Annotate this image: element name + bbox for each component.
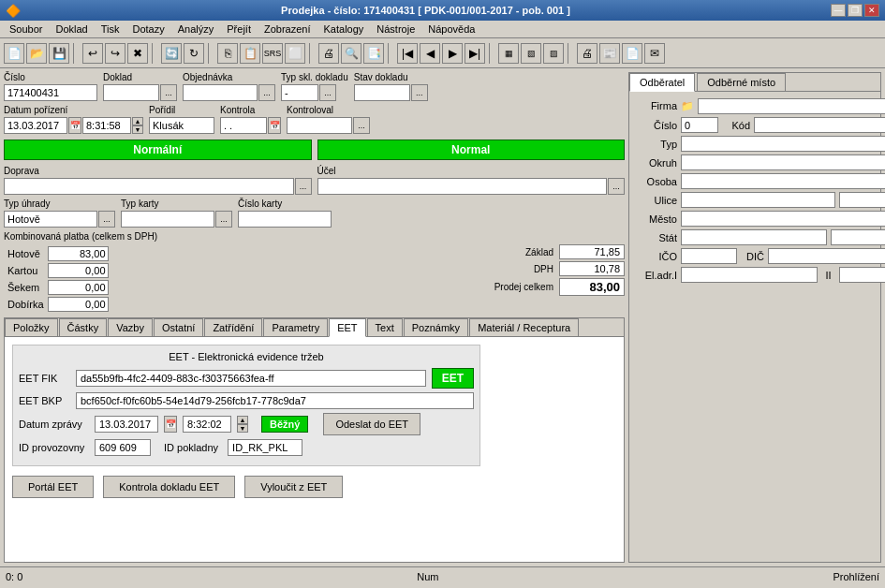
ucel-btn[interactable]: ... [608,178,625,195]
menu-katalogy[interactable]: Katalogy [318,22,370,37]
restore-button[interactable]: ❐ [848,4,863,17]
menu-nastroje[interactable]: Nástroje [371,22,420,37]
print2-button[interactable]: 🔍 [341,43,361,64]
rp-typ-input[interactable] [681,136,885,152]
print3-button[interactable]: 📑 [363,43,384,64]
objednavka-btn[interactable]: ... [258,84,275,101]
rp-eladr2-input[interactable] [839,267,885,283]
kontrola-input[interactable] [220,117,267,134]
eet-send-btn[interactable]: EET [432,368,474,389]
printer-button[interactable]: 🖨 [577,43,597,64]
eet-time-down-btn[interactable]: ▼ [237,424,248,433]
rp-stat-input[interactable] [681,229,827,245]
ucel-input[interactable] [317,178,608,195]
kontroloval-btn[interactable]: ... [353,117,370,134]
typ-karty-btn[interactable]: ... [215,211,232,228]
refresh2-button[interactable]: ↻ [184,43,204,64]
hotove-value[interactable]: 83,00 [48,246,109,261]
tab-castky[interactable]: Částky [59,318,108,336]
eet-id-pokladny-input[interactable] [228,439,302,456]
eet-time-up-btn[interactable]: ▲ [237,416,248,424]
save-button[interactable]: 💾 [49,43,69,64]
cislo-input[interactable] [4,84,97,101]
typ-uhrady-btn[interactable]: ... [98,211,115,228]
kontroloval-input[interactable] [287,117,352,134]
paste-button[interactable]: 📋 [240,43,260,64]
vylouct-eet-btn[interactable]: Vyloučit z EET [244,476,343,498]
new-button[interactable]: 📄 [4,43,24,64]
menu-soubor[interactable]: Soubor [4,22,48,37]
delete-button[interactable]: ✖ [127,43,148,64]
tab-material[interactable]: Materiál / Receptura [469,318,579,336]
objednavka-input[interactable] [183,84,258,101]
doprava-input[interactable] [4,178,294,195]
close-button[interactable]: ✕ [864,4,879,17]
redo-button[interactable]: ↪ [105,43,125,64]
rp-mesto-input[interactable] [681,211,885,227]
refresh-button[interactable]: 🔄 [161,43,182,64]
bar2[interactable]: ▧ [521,43,541,64]
rp-ulice2-input[interactable] [839,192,885,208]
poridil-input[interactable] [149,117,214,134]
menu-prejit[interactable]: Přejít [221,22,257,37]
kontrola-btn[interactable]: 📅 [268,117,281,134]
minimize-button[interactable]: — [831,4,846,17]
rp-ulice-input[interactable] [681,192,835,208]
kontrola-dokladu-btn[interactable]: Kontrola dokladu EET [103,476,235,498]
menu-doklad[interactable]: Doklad [50,22,93,37]
firma-input[interactable] [698,98,885,114]
tab-vazby[interactable]: Vazby [108,318,153,336]
dobirka-value[interactable]: 0,00 [48,297,109,312]
rp-eladr-input[interactable] [681,267,818,283]
portal-eet-btn[interactable]: Portál EET [12,476,94,498]
stav-input[interactable] [354,84,410,101]
rp-cislo-input[interactable] [681,117,718,133]
eet-id-provozovny-input[interactable] [95,439,151,456]
menu-napoveda[interactable]: Nápověda [422,22,480,37]
nav-first[interactable]: |◀ [397,43,418,64]
rp-osoba-input[interactable] [681,173,885,189]
tab-polozky[interactable]: Položky [5,318,58,336]
rp-kod-input[interactable] [754,117,885,133]
rp-stat2-input[interactable] [831,229,886,245]
open-button[interactable]: 📂 [26,43,47,64]
tab-zatrideni[interactable]: Zatřídění [204,318,262,336]
eet-fik-input[interactable] [76,370,426,387]
rp-dic-input[interactable] [768,248,885,264]
eet-cal-btn[interactable]: 📅 [164,416,177,433]
sekem-value[interactable]: 0,00 [48,280,109,295]
tab-poznamky[interactable]: Poznámky [404,318,468,336]
odeslat-eet-btn[interactable]: Odeslat do EET [323,413,420,435]
doc-button[interactable]: 📰 [599,43,620,64]
undo-button[interactable]: ↩ [82,43,103,64]
typ-karty-input[interactable] [121,211,214,228]
eet-datum-input[interactable] [95,416,158,433]
time-down-btn[interactable]: ▼ [132,125,143,134]
datum-cal-btn[interactable]: 📅 [68,117,81,134]
time-input[interactable] [82,117,131,134]
cislo-karty-input[interactable] [238,211,332,228]
menu-tisk[interactable]: Tisk [96,22,125,37]
typ-skl-input[interactable] [281,84,318,101]
tab-text[interactable]: Text [367,318,403,336]
bar1[interactable]: ▦ [498,43,519,64]
right-tab-odbkratel[interactable]: Odběratel [629,73,695,92]
typ-skl-btn[interactable]: ... [319,84,336,101]
tab-parametry[interactable]: Parametry [263,318,328,336]
rp-okruh-input[interactable] [681,154,885,170]
menu-zobrazeni[interactable]: Zobrazení [258,22,317,37]
rp-ico-input[interactable] [681,248,737,264]
srns-button[interactable]: SRS [262,43,283,64]
datum-input[interactable] [4,117,67,134]
doklad-btn[interactable]: ... [160,84,177,101]
time-up-btn[interactable]: ▲ [132,117,143,125]
nav-last[interactable]: ▶| [465,43,485,64]
eet-time-input[interactable] [183,416,231,433]
eet-bezny-btn[interactable]: Běžný [261,416,308,433]
typ-uhrady-input[interactable] [4,211,97,228]
copy-button[interactable]: ⎘ [217,43,238,64]
stav-btn[interactable]: ... [411,84,428,101]
nav-next[interactable]: ▶ [442,43,463,64]
bar3[interactable]: ▨ [543,43,564,64]
tab-ostatni[interactable]: Ostatní [154,318,203,336]
